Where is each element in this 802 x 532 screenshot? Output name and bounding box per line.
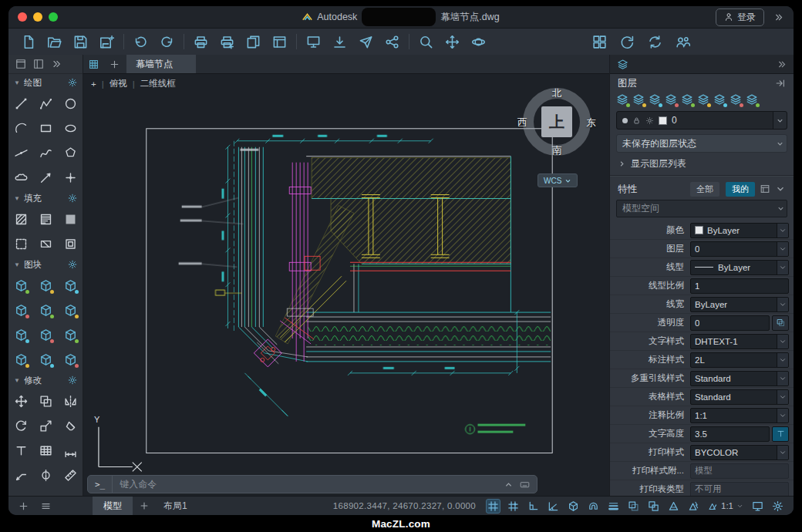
- gear-icon[interactable]: [68, 194, 77, 203]
- command-line[interactable]: >_ 键入命令: [87, 475, 537, 493]
- property-chevron[interactable]: [777, 224, 788, 237]
- property-chevron[interactable]: [777, 261, 788, 274]
- layers-tab-icon[interactable]: [617, 59, 628, 70]
- open-folder-icon[interactable]: [47, 35, 62, 49]
- block-replace-tool[interactable]: [58, 347, 83, 372]
- tool-sets-icon[interactable]: [592, 35, 607, 49]
- chevron-double-icon[interactable]: [51, 59, 62, 69]
- property-chevron[interactable]: [777, 242, 788, 256]
- transmit-icon[interactable]: [359, 35, 373, 49]
- panel-menu-icon[interactable]: [775, 184, 786, 194]
- block-attribute-tool[interactable]: [58, 298, 83, 322]
- cycle-icon[interactable]: [647, 500, 660, 513]
- property-chevron[interactable]: [777, 353, 788, 367]
- palette-b-icon[interactable]: [33, 59, 44, 69]
- model-tab[interactable]: 模型: [93, 497, 133, 515]
- property-value-field[interactable]: 3.5: [690, 426, 770, 442]
- start-tab-button[interactable]: [83, 55, 104, 73]
- annot-vis-icon[interactable]: [667, 500, 680, 513]
- property-value-field[interactable]: ByLayer: [690, 260, 789, 275]
- boundary-tool[interactable]: [8, 231, 33, 256]
- text-tool[interactable]: [8, 438, 33, 463]
- property-value-field[interactable]: 2L: [690, 352, 789, 368]
- property-value-field[interactable]: BYCOLOR: [690, 445, 789, 460]
- layer-state-dropdown[interactable]: 未保存的图层状态: [616, 134, 787, 153]
- move-tool[interactable]: [8, 389, 33, 413]
- undo-icon[interactable]: [133, 35, 148, 49]
- property-value-field[interactable]: Standard: [690, 389, 789, 405]
- wipeout-tool[interactable]: [33, 231, 58, 256]
- transparency-button[interactable]: [772, 315, 789, 331]
- sheets-icon[interactable]: [246, 35, 261, 49]
- gridsnap-icon[interactable]: [507, 500, 520, 513]
- print-add-icon[interactable]: [220, 35, 234, 49]
- panel-overflow-icon[interactable]: [777, 59, 787, 69]
- text-height-button[interactable]: [772, 426, 789, 442]
- layer-off-icon[interactable]: [665, 93, 677, 106]
- layer-match-icon[interactable]: [713, 93, 726, 106]
- gear-icon[interactable]: [68, 375, 77, 385]
- layer-control-dropdown[interactable]: 0: [616, 111, 787, 130]
- import-icon[interactable]: [620, 35, 635, 49]
- revision-cloud-tool[interactable]: [8, 165, 33, 190]
- leader-tool[interactable]: [8, 463, 33, 487]
- rectangle-tool[interactable]: [33, 116, 58, 140]
- centerline-tool[interactable]: [33, 463, 58, 487]
- new-layout-button[interactable]: [133, 501, 156, 510]
- block-basepoint-tool[interactable]: [58, 322, 83, 347]
- osnap-icon[interactable]: [587, 500, 600, 513]
- filter-all-button[interactable]: 全部: [690, 182, 719, 197]
- filter-mine-button[interactable]: 我的: [726, 182, 755, 197]
- layer-isolate-icon[interactable]: [730, 93, 742, 106]
- layout1-tab[interactable]: 布局1: [156, 500, 195, 513]
- keyboard-icon[interactable]: [520, 480, 530, 490]
- arc-tool[interactable]: [8, 116, 33, 140]
- publish-icon[interactable]: [332, 35, 347, 49]
- minimize-window-button[interactable]: [33, 12, 42, 22]
- property-chevron[interactable]: [777, 372, 788, 386]
- property-value-field[interactable]: 1:1: [690, 408, 789, 423]
- layer-properties-icon[interactable]: [616, 93, 628, 106]
- section-collapse-icon[interactable]: ▼: [14, 261, 20, 268]
- plot-icon[interactable]: [306, 35, 321, 49]
- block-attsync-tool[interactable]: [33, 322, 58, 347]
- gear-icon[interactable]: [68, 260, 77, 269]
- section-collapse-icon[interactable]: ▼: [14, 377, 20, 384]
- mirror-tool[interactable]: [58, 389, 83, 413]
- pan-icon[interactable]: [445, 35, 460, 49]
- section-collapse-icon[interactable]: ▼: [14, 195, 20, 202]
- measure-tool[interactable]: [58, 463, 83, 487]
- ray-tool[interactable]: [33, 165, 58, 190]
- new-file-icon[interactable]: [21, 35, 35, 49]
- property-value-field[interactable]: 0: [690, 315, 770, 331]
- gear-icon[interactable]: [68, 78, 77, 87]
- block-create-tool[interactable]: [33, 273, 58, 298]
- property-value-field[interactable]: ByLayer: [690, 297, 789, 312]
- viewport-control-0[interactable]: +: [91, 79, 96, 89]
- view-compass[interactable]: 上 北 南 西 东: [521, 86, 593, 158]
- block-write-tool[interactable]: [58, 273, 83, 298]
- property-value-field[interactable]: DHTEXT-1: [690, 334, 789, 349]
- viewport-control-1[interactable]: 俯视: [110, 78, 127, 89]
- spline-tool[interactable]: [33, 140, 58, 165]
- section-collapse-icon[interactable]: ▼: [14, 79, 20, 86]
- xline-tool[interactable]: [8, 140, 33, 165]
- lineweight-icon[interactable]: [607, 500, 620, 513]
- page-setup-icon[interactable]: [272, 35, 287, 49]
- point-tool[interactable]: [58, 165, 83, 190]
- menu-icon[interactable]: [41, 501, 51, 511]
- property-chevron[interactable]: [777, 390, 788, 404]
- property-chevron[interactable]: [777, 335, 788, 348]
- compass-south-label[interactable]: 南: [521, 144, 593, 157]
- compass-top-face[interactable]: 上: [541, 106, 572, 137]
- grid-icon[interactable]: [487, 500, 500, 513]
- close-window-button[interactable]: [18, 12, 27, 22]
- save-icon[interactable]: [73, 35, 88, 49]
- customize-icon[interactable]: [771, 500, 784, 513]
- property-value-field[interactable]: 1: [690, 278, 789, 294]
- zoom-window-button[interactable]: [49, 12, 58, 22]
- line-tool[interactable]: [8, 91, 33, 116]
- login-button[interactable]: 登录: [716, 8, 764, 26]
- command-history-icon[interactable]: [504, 480, 514, 490]
- gradient-tool[interactable]: [33, 207, 58, 231]
